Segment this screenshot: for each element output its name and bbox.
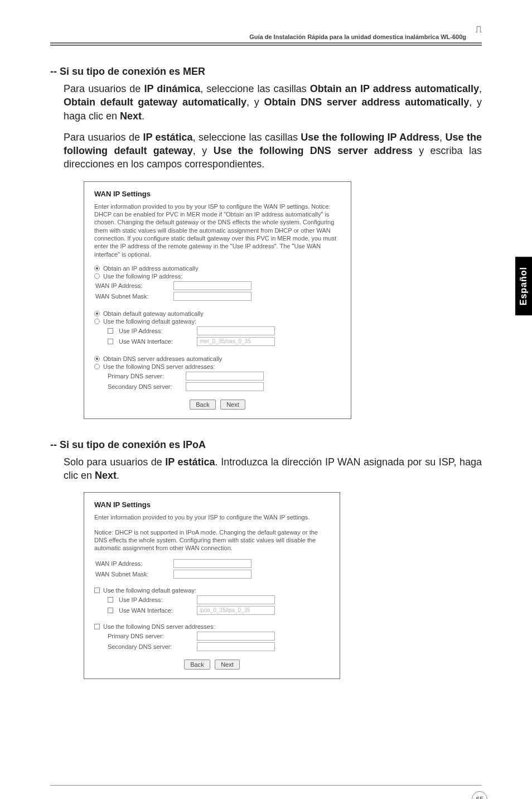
wan-ip-input[interactable] [173, 559, 252, 568]
footer-rule: 65 [50, 785, 482, 786]
check-icon[interactable] [108, 339, 113, 344]
next-button[interactable]: Next [220, 399, 245, 410]
header-rule [50, 42, 482, 46]
back-button[interactable]: Back [184, 660, 210, 670]
radio-icon [94, 319, 100, 324]
mer-static-paragraph: Para usuarios de IP estática, seleccione… [64, 131, 482, 171]
ipoa-paragraph: Solo para usuarios de IP estática. Intro… [64, 455, 482, 483]
use-ip-input[interactable] [197, 595, 275, 604]
page-number: 65 [472, 791, 487, 799]
use-wan-input[interactable] [197, 337, 275, 346]
check-icon[interactable] [108, 597, 113, 603]
secondary-dns-input[interactable] [197, 642, 275, 651]
radio-icon [94, 273, 100, 279]
wan-ip-settings-ipoa-dialog: WAN IP Settings Enter information provid… [84, 492, 340, 678]
primary-dns-label: Primary DNS server: [108, 373, 180, 379]
radio-use-following-ip[interactable]: Use the following IP address: [94, 273, 341, 280]
wan-mask-label: WAN Subnet Mask: [95, 571, 168, 577]
dialog-title: WAN IP Settings [94, 190, 341, 198]
mer-dynamic-paragraph: Para usuarios de IP dinámica, seleccione… [64, 82, 482, 123]
section-title-mer: -- Si su tipo de conexión es MER [50, 66, 482, 78]
secondary-dns-label: Secondary DNS server: [108, 383, 180, 390]
radio-obtain-gw-auto[interactable]: Obtain default gateway automatically [94, 310, 341, 317]
check-icon[interactable] [108, 608, 113, 613]
language-tab: Español [515, 257, 532, 315]
antenna-icon: ⎍ [476, 23, 482, 35]
use-wan-input[interactable] [197, 606, 275, 615]
use-ip-label: Use IP Address: [119, 328, 191, 334]
radio-use-following-dns[interactable]: Use the following DNS server addresses: [94, 363, 341, 370]
use-ip-input[interactable] [197, 326, 275, 335]
secondary-dns-label: Secondary DNS server: [108, 643, 191, 650]
secondary-dns-input[interactable] [186, 382, 264, 391]
wan-mask-input[interactable] [173, 292, 252, 301]
wan-ip-label: WAN IP Address: [95, 282, 168, 289]
wan-ip-label: WAN IP Address: [95, 560, 168, 567]
radio-icon [94, 356, 100, 362]
check-icon [94, 588, 100, 593]
check-icon [94, 624, 100, 629]
radio-use-following-gw[interactable]: Use the following default gateway: [94, 318, 341, 325]
primary-dns-label: Primary DNS server: [108, 633, 191, 639]
use-wan-label: Use WAN Interface: [119, 607, 191, 614]
use-ip-label: Use IP Address: [119, 596, 191, 603]
dialog-notice: Enter information provided to you by you… [94, 203, 341, 258]
primary-dns-input[interactable] [186, 372, 264, 381]
check-use-following-dns[interactable]: Use the following DNS server addresses: [94, 623, 330, 630]
wan-ip-input[interactable] [173, 281, 252, 290]
radio-obtain-dns-auto[interactable]: Obtain DNS server addresses automaticall… [94, 355, 341, 362]
check-use-following-gw[interactable]: Use the following default gateway: [94, 587, 330, 594]
radio-icon [94, 364, 100, 369]
radio-obtain-ip-auto[interactable]: Obtain an IP address automatically [94, 265, 341, 272]
back-button[interactable]: Back [190, 399, 215, 410]
doc-header-title: Guía de Instalación Rápida para la unida… [50, 33, 482, 42]
next-button[interactable]: Next [215, 660, 240, 670]
radio-icon [94, 311, 100, 316]
primary-dns-input[interactable] [197, 632, 275, 641]
radio-icon [94, 266, 100, 271]
use-wan-label: Use WAN Interface: [119, 338, 191, 345]
wan-mask-label: WAN Subnet Mask: [95, 293, 168, 300]
check-icon[interactable] [108, 328, 113, 334]
dialog-title: WAN IP Settings [94, 500, 330, 509]
wan-ip-settings-mer-dialog: WAN IP Settings Enter information provid… [84, 181, 351, 419]
section-title-ipoa: -- Si su tipo de conexión es IPoA [50, 439, 482, 451]
dialog-notice: Notice: DHCP is not supported in IPoA mo… [94, 528, 330, 552]
wan-mask-input[interactable] [173, 570, 252, 579]
dialog-intro: Enter information provided to you by you… [94, 513, 330, 521]
